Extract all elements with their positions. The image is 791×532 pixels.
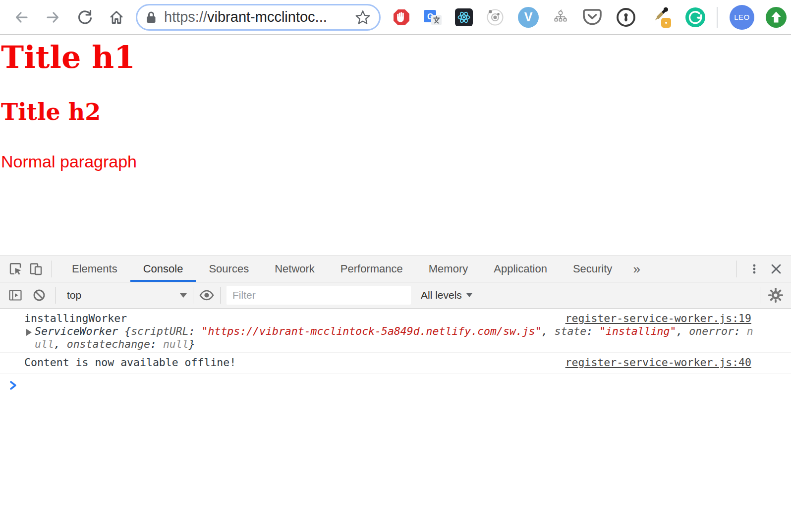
more-tabs-button[interactable]: »	[625, 256, 648, 282]
devtools-menu-button[interactable]	[743, 262, 765, 276]
onepassword-extension-button[interactable]	[616, 7, 636, 28]
tree-diagram-extension-button[interactable]	[552, 9, 569, 26]
home-button[interactable]	[108, 9, 125, 26]
react-devtools-extension-button[interactable]	[455, 8, 473, 26]
controls-separator	[736, 261, 736, 277]
adblock-extension-button[interactable]	[393, 8, 410, 26]
back-button[interactable]	[13, 9, 30, 26]
profile-avatar[interactable]: LEO	[730, 5, 754, 30]
vimium-icon: V	[517, 6, 539, 28]
toolbar-separator	[717, 7, 718, 28]
browser-toolbar: https://vibrant-mcclintoc...	[0, 0, 791, 35]
expand-triangle-icon[interactable]	[26, 329, 32, 336]
console-toolbar: top All levels	[0, 282, 791, 309]
pocket-extension-button[interactable]	[582, 7, 603, 27]
context-label: top	[67, 289, 81, 301]
devtools-close-button[interactable]	[765, 262, 787, 276]
chevron-down-icon	[180, 293, 187, 298]
close-icon	[769, 262, 784, 276]
tabbar-separator	[52, 261, 52, 277]
device-toolbar-icon	[29, 262, 44, 276]
source-link[interactable]: register-service-worker.js:40	[565, 356, 751, 369]
console-settings-button[interactable]	[767, 287, 784, 303]
levels-label: All levels	[421, 289, 462, 301]
console-object-row: ServiceWorker {scriptURL: "https://vibra…	[0, 325, 751, 351]
orbit-extension-button[interactable]	[486, 8, 505, 27]
tab-sources[interactable]: Sources	[196, 256, 262, 282]
url-bar[interactable]: https://vibrant-mcclintoc...	[136, 4, 381, 31]
extensions-bar: G	[393, 6, 706, 29]
star-icon	[354, 9, 371, 26]
forward-button[interactable]	[45, 9, 61, 26]
bookmark-star-button[interactable]	[354, 9, 371, 26]
url-text: https://vibrant-mcclintoc...	[164, 9, 327, 25]
object-preview[interactable]: ServiceWorker {scriptURL: "https://vibra…	[35, 325, 753, 350]
source-link[interactable]: register-service-worker.js:19	[565, 312, 751, 325]
color-picker-extension-button[interactable]	[649, 6, 672, 29]
color-picker-icon	[649, 6, 672, 29]
vimium-extension-button[interactable]: V	[517, 6, 539, 28]
console-sidebar-toggle[interactable]	[7, 288, 24, 303]
toolbar-separator	[193, 287, 193, 304]
console-message: register-service-worker.js:19 installing…	[0, 309, 791, 353]
devtools-tabbar: Elements Console Sources Network Perform…	[0, 256, 791, 282]
grammarly-extension-button[interactable]	[685, 7, 706, 28]
tab-elements[interactable]: Elements	[59, 256, 130, 282]
clear-console-button[interactable]	[31, 288, 48, 303]
clear-console-icon	[32, 288, 47, 303]
back-arrow-icon	[13, 9, 29, 25]
tab-performance[interactable]: Performance	[328, 256, 416, 282]
devtools-window-controls	[729, 256, 791, 282]
google-translate-extension-button[interactable]: G	[423, 8, 442, 27]
console-prompt[interactable]	[0, 373, 791, 394]
toolbar-separator	[56, 287, 56, 304]
live-expression-button[interactable]	[198, 288, 215, 303]
url-scheme: https://	[164, 9, 207, 25]
console-filter-input[interactable]	[226, 286, 411, 305]
chevron-down-icon	[466, 293, 472, 297]
google-translate-icon: G	[423, 8, 442, 27]
page-paragraph: Normal paragraph	[1, 153, 791, 171]
reload-button[interactable]	[76, 9, 93, 26]
console-messages: register-service-worker.js:19 installing…	[0, 309, 791, 532]
page-heading-2: Title h2	[1, 101, 791, 124]
tab-security[interactable]: Security	[560, 256, 625, 282]
update-arrow-icon	[765, 6, 787, 28]
tab-network[interactable]: Network	[262, 256, 328, 282]
inspect-cursor-icon	[8, 262, 23, 276]
tab-console[interactable]: Console	[130, 256, 196, 282]
tab-memory[interactable]: Memory	[416, 256, 481, 282]
kebab-menu-icon	[748, 262, 761, 276]
pocket-icon	[582, 7, 603, 27]
url-host: vibrant-mcclintoc...	[207, 9, 327, 25]
browser-update-button[interactable]	[765, 6, 787, 28]
tree-diagram-icon	[552, 9, 569, 26]
react-devtools-icon	[455, 8, 473, 26]
inspect-element-button[interactable]	[7, 262, 24, 276]
page-heading-1: Title h1	[1, 42, 791, 73]
log-levels-selector[interactable]: All levels	[421, 289, 472, 301]
prompt-chevron-icon	[8, 379, 19, 391]
toolbar-separator	[220, 287, 221, 304]
lock-icon[interactable]	[145, 10, 157, 24]
console-sidebar-icon	[8, 288, 23, 303]
orbit-icon	[486, 8, 505, 27]
forward-arrow-icon	[45, 9, 61, 25]
toolbar-separator	[760, 287, 760, 304]
eye-icon	[198, 288, 215, 303]
gear-icon	[768, 287, 784, 303]
devtools-panel: Elements Console Sources Network Perform…	[0, 256, 791, 532]
profile-avatar-label: LEO	[734, 13, 750, 21]
onepassword-icon	[616, 7, 636, 28]
adblock-icon	[393, 8, 410, 26]
home-icon	[108, 9, 125, 26]
reload-icon	[76, 9, 93, 26]
tab-application[interactable]: Application	[481, 256, 560, 282]
device-toolbar-button[interactable]	[28, 262, 45, 276]
grammarly-icon	[685, 7, 706, 28]
devtools-tabs: Elements Console Sources Network Perform…	[59, 256, 648, 282]
console-message: register-service-worker.js:40 Content is…	[0, 353, 791, 373]
execution-context-selector[interactable]: top	[59, 289, 193, 301]
page-content: Title h1 Title h2 Normal paragraph	[0, 35, 791, 256]
svg-text:V: V	[524, 10, 533, 24]
